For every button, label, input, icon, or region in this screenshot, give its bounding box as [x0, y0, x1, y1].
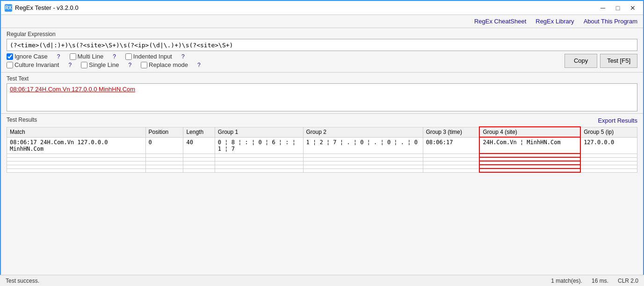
table-row-empty-3 — [7, 161, 637, 165]
col-header-group1: Group 1 — [215, 127, 303, 137]
test-text-section: Test Text 08:06:17 24H.Com.Vn 127.0.0.0 … — [1, 73, 643, 114]
ignore-case-checkbox[interactable] — [7, 53, 13, 60]
cell-group1: 0 ¦ 8 ¦ : ¦ 0 ¦ 6 ¦ : ¦ 1 ¦ 7 — [215, 137, 303, 154]
status-message: Test success. — [6, 278, 39, 284]
copy-button[interactable]: Copy — [564, 54, 597, 68]
col-header-match: Match — [7, 127, 146, 137]
single-line-help[interactable]: ? — [128, 62, 131, 68]
results-section: Test Results Export Results Match Positi… — [1, 114, 643, 286]
results-label: Test Results — [7, 117, 37, 123]
test-text-box[interactable]: 08:06:17 24H.Com.Vn 127.0.0.0 MinhHN.Com — [7, 83, 637, 111]
indented-input-help[interactable]: ? — [181, 53, 185, 60]
export-results-link[interactable]: Export Results — [598, 117, 637, 124]
single-line-option[interactable]: Single Line — [81, 61, 119, 68]
close-button[interactable]: ✕ — [626, 3, 639, 13]
col-header-position: Position — [145, 127, 183, 137]
test-button[interactable]: Test [F5] — [600, 54, 637, 68]
single-line-checkbox[interactable] — [81, 62, 87, 68]
culture-invariant-checkbox[interactable] — [7, 62, 13, 68]
status-bar: Test success. 1 match(es). 16 ms. CLR 2.… — [0, 275, 644, 286]
culture-invariant-help[interactable]: ? — [68, 62, 72, 68]
top-links: RegEx CheatSheet RegEx Library About Thi… — [474, 18, 637, 25]
regex-input[interactable] — [7, 39, 637, 51]
status-time: 16 ms. — [592, 278, 608, 284]
test-text-label: Test Text — [7, 75, 637, 82]
title-bar: RX RegEx Tester - v3.2.0.0 ─ □ ✕ — [1, 1, 643, 15]
indented-input-checkbox[interactable] — [125, 53, 132, 60]
culture-invariant-option[interactable]: Culture Invariant — [7, 61, 59, 68]
cell-group4: 24H.Com.Vn ¦ MinhHN.Com — [479, 137, 580, 154]
col-header-group5: Group 5 (ip) — [580, 127, 637, 137]
minimize-button[interactable]: ─ — [596, 3, 609, 13]
results-table: Match Position Length Group 1 Group 2 Gr… — [7, 126, 637, 173]
status-matches: 1 match(es). — [551, 278, 582, 284]
replace-mode-checkbox[interactable] — [141, 62, 147, 68]
library-link[interactable]: RegEx Library — [535, 18, 574, 25]
window-controls: ─ □ ✕ — [596, 3, 639, 13]
app-icon: RX — [5, 4, 12, 12]
regex-label: Regular Expression — [7, 31, 637, 37]
regex-section: Regular Expression Ignore Case ? Multi L… — [1, 28, 643, 73]
table-row-empty-4 — [7, 165, 637, 169]
multiline-help[interactable]: ? — [113, 53, 116, 60]
ignore-case-option[interactable]: Ignore Case — [7, 53, 48, 60]
col-header-group2: Group 2 — [303, 127, 423, 137]
cell-group3: 08:06:17 — [423, 137, 479, 154]
cell-match: 08:06:17 24H.Com.Vn 127.0.0.0 MinhHN.Com — [7, 137, 146, 154]
col-header-length: Length — [183, 127, 215, 137]
action-buttons: Copy Test [F5] — [564, 54, 637, 68]
indented-input-option[interactable]: Indented Input — [125, 53, 172, 60]
cell-position: 0 — [145, 137, 183, 154]
multiline-checkbox[interactable] — [70, 53, 76, 60]
cheatsheet-link[interactable]: RegEx CheatSheet — [474, 18, 526, 25]
col-header-group4: Group 4 (site) — [479, 127, 580, 137]
cell-length: 40 — [183, 137, 215, 154]
col-header-group3: Group 3 (time) — [423, 127, 479, 137]
app-title: RegEx Tester - v3.2.0.0 — [15, 4, 79, 11]
cell-group2: 1 ¦ 2 ¦ 7 ¦ . ¦ 0 ¦ . ¦ 0 ¦ . ¦ 0 — [303, 137, 423, 154]
table-row-empty-1 — [7, 154, 637, 157]
top-bar: RegEx CheatSheet RegEx Library About Thi… — [1, 15, 643, 28]
cell-group5: 127.0.0.0 — [580, 137, 637, 154]
table-row-empty-5 — [7, 169, 637, 172]
status-clr: CLR 2.0 — [618, 278, 638, 284]
replace-mode-option[interactable]: Replace mode — [141, 61, 188, 68]
ignore-case-help[interactable]: ? — [57, 53, 60, 60]
about-link[interactable]: About This Program — [584, 18, 637, 25]
replace-mode-help[interactable]: ? — [197, 62, 201, 68]
test-text-match: 08:06:17 24H.Com.Vn 127.0.0.0 MinhHN.Com — [10, 86, 135, 93]
multiline-option[interactable]: Multi Line — [70, 53, 104, 60]
maximize-button[interactable]: □ — [611, 3, 624, 13]
table-row-empty-2 — [7, 157, 637, 161]
table-row: 08:06:17 24H.Com.Vn 127.0.0.0 MinhHN.Com… — [7, 137, 637, 154]
